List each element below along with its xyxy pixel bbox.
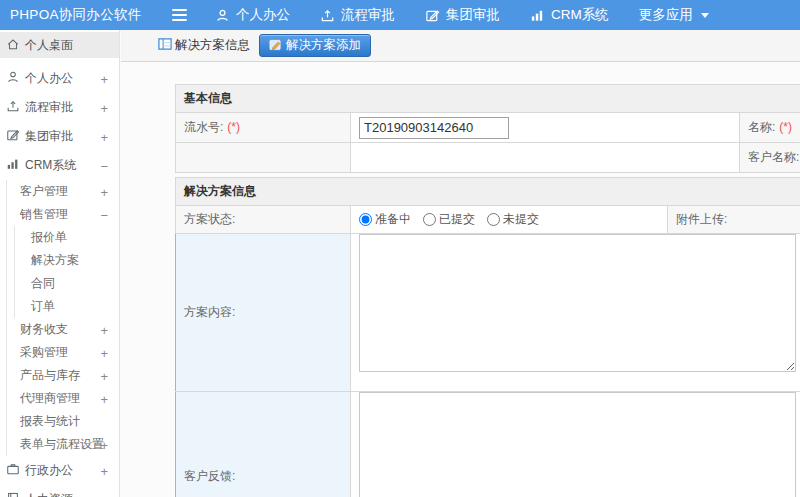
sidebar-item-label: 集团审批 — [25, 128, 73, 145]
briefcase-icon — [6, 462, 20, 479]
sidebar-item-products-inventory[interactable]: 产品与库存 + — [7, 364, 119, 387]
nav-group-approval[interactable]: 集团审批 — [425, 6, 500, 24]
sidebar-item-group-approval[interactable]: 集团审批 + — [0, 122, 119, 151]
radio-unsubmitted[interactable] — [487, 213, 500, 226]
sidebar-item-label: 产品与库存 — [20, 367, 80, 384]
expand-toggle[interactable]: + — [100, 100, 108, 115]
expand-toggle[interactable]: + — [100, 368, 108, 383]
empty-field-cell — [351, 143, 740, 173]
edit-icon — [6, 128, 20, 145]
sidebar-item-human-resources[interactable]: 人力资源 + — [0, 485, 119, 497]
sidebar-item-solution[interactable]: 解决方案 — [15, 249, 119, 272]
sidebar-item-label: 代理商管理 — [20, 390, 80, 407]
serial-input[interactable] — [359, 117, 509, 139]
tab-solution-info[interactable]: 解决方案信息 — [158, 37, 250, 54]
nav-crm-system[interactable]: CRM系统 — [530, 6, 609, 24]
user-icon — [215, 8, 230, 23]
sidebar-item-label: CRM系统 — [25, 157, 76, 174]
radio-label: 已提交 — [439, 211, 475, 228]
sidebar-item-personal-office[interactable]: 个人办公 + — [0, 64, 119, 93]
radio-option-unsubmitted[interactable]: 未提交 — [487, 211, 539, 228]
expand-toggle[interactable]: + — [100, 322, 108, 337]
content-label-cell: 方案内容: — [176, 234, 351, 392]
top-navigation: 个人办公 流程审批 集团审批 — [215, 6, 709, 24]
sidebar-item-reports-stats[interactable]: 报表与统计 — [7, 410, 119, 433]
sidebar-item-label: 人力资源 — [25, 491, 73, 497]
sidebar-item-crm-system[interactable]: CRM系统 − — [0, 151, 119, 180]
tab-label: 解决方案信息 — [175, 37, 250, 54]
expand-toggle[interactable]: + — [100, 437, 108, 452]
tab-strip: 解决方案信息 解决方案添加 — [121, 30, 800, 62]
name-label-cell: 名称:(*) — [740, 113, 800, 143]
app-window: PHPOA协同办公软件 个人办公 流程审批 — [0, 0, 800, 497]
sidebar-item-quotation[interactable]: 报价单 — [15, 226, 119, 249]
sidebar-item-label: 采购管理 — [20, 344, 68, 361]
feedback-field-cell — [351, 392, 800, 497]
radio-label: 准备中 — [375, 211, 411, 228]
customer-feedback-textarea[interactable] — [359, 392, 796, 497]
required-marker: (*) — [779, 120, 792, 134]
feedback-label-cell: 客户反馈: — [176, 392, 351, 497]
expand-toggle[interactable]: + — [100, 71, 108, 86]
sidebar-item-form-process-settings[interactable]: 表单与流程设置 + — [7, 433, 119, 456]
sidebar-item-label: 客户管理 — [20, 183, 68, 200]
home-icon — [6, 37, 20, 54]
nav-personal-office[interactable]: 个人办公 — [215, 6, 290, 24]
nav-more-apps[interactable]: 更多应用 — [639, 6, 709, 24]
required-marker: (*) — [227, 120, 240, 134]
crm-submenu: 客户管理 + 销售管理 − 报价单 解决方案 合同 订单 — [6, 180, 119, 456]
nav-label: 个人办公 — [236, 6, 290, 24]
sidebar-item-finance[interactable]: 财务收支 + — [7, 318, 119, 341]
sidebar-item-sales-mgmt[interactable]: 销售管理 − — [7, 203, 119, 226]
sidebar-item-label: 合同 — [31, 275, 55, 292]
nav-label: 流程审批 — [341, 6, 395, 24]
sidebar-item-label: 报表与统计 — [20, 413, 80, 430]
process-icon — [320, 8, 335, 23]
sidebar-item-label: 个人桌面 — [25, 37, 73, 54]
sidebar-item-label: 订单 — [31, 298, 55, 315]
tab-solution-add-button[interactable]: 解决方案添加 — [259, 34, 371, 57]
nav-label: 更多应用 — [639, 6, 693, 24]
basic-info-table: 基本信息 流水号:(*) 名称:(*) 客户名称:(*) — [175, 84, 800, 173]
sidebar-item-customer-mgmt[interactable]: 客户管理 + — [7, 180, 119, 203]
sidebar-item-agent-mgmt[interactable]: 代理商管理 + — [7, 387, 119, 410]
expand-toggle[interactable]: + — [100, 391, 108, 406]
radio-option-submitted[interactable]: 已提交 — [423, 211, 475, 228]
status-label: 方案状态: — [184, 212, 235, 226]
collapse-toggle[interactable]: − — [100, 207, 108, 222]
solution-content-textarea[interactable] — [359, 234, 796, 372]
radio-preparing[interactable] — [359, 213, 372, 226]
expand-toggle[interactable]: + — [100, 184, 108, 199]
content-label: 方案内容: — [184, 305, 235, 319]
collapse-toggle[interactable]: − — [100, 158, 108, 173]
status-label-cell: 方案状态: — [176, 206, 351, 234]
sidebar-item-desktop[interactable]: 个人桌面 — [0, 32, 119, 58]
book-icon — [6, 491, 20, 497]
sidebar-item-label: 行政办公 — [25, 462, 73, 479]
expand-toggle[interactable]: + — [100, 345, 108, 360]
chart-icon — [530, 8, 545, 23]
sidebar-item-contract[interactable]: 合同 — [15, 272, 119, 295]
section-header-solution-info: 解决方案信息 — [176, 178, 800, 206]
top-bar: PHPOA协同办公软件 个人办公 流程审批 — [0, 0, 800, 30]
sidebar-item-admin-office[interactable]: 行政办公 + — [0, 456, 119, 485]
expand-toggle[interactable]: + — [100, 129, 108, 144]
sidebar-item-label: 报价单 — [31, 229, 67, 246]
main-content: 基本信息 流水号:(*) 名称:(*) 客户名称:(*) — [121, 62, 800, 497]
expand-toggle[interactable]: + — [100, 492, 108, 497]
app-title: PHPOA协同办公软件 — [0, 6, 152, 24]
section-header-basic-info: 基本信息 — [176, 85, 800, 113]
nav-process-approval[interactable]: 流程审批 — [320, 6, 395, 24]
sidebar-item-purchase-mgmt[interactable]: 采购管理 + — [7, 341, 119, 364]
radio-option-preparing[interactable]: 准备中 — [359, 211, 411, 228]
sidebar-item-order[interactable]: 订单 — [15, 295, 119, 318]
expand-toggle[interactable]: + — [100, 463, 108, 478]
radio-submitted[interactable] — [423, 213, 436, 226]
solution-info-table: 解决方案信息 方案状态: 准备中 已提交 — [175, 177, 800, 497]
attachment-label-cell: 附件上传: — [668, 206, 800, 234]
attachment-label: 附件上传: — [676, 212, 727, 226]
serial-label-cell: 流水号:(*) — [176, 113, 351, 143]
sidebar-item-process-approval[interactable]: 流程审批 + — [0, 93, 119, 122]
edit-pencil-icon — [269, 38, 282, 54]
menu-toggle-icon[interactable] — [170, 5, 189, 25]
